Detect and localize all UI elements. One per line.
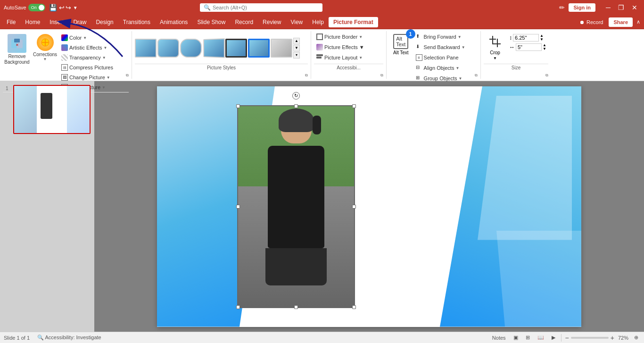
slide-1-thumbnail[interactable]	[13, 85, 91, 134]
transparency-button[interactable]: Transparency ▼	[59, 53, 116, 62]
handle-top-right[interactable]	[352, 104, 356, 108]
handle-mid-right[interactable]	[352, 205, 356, 209]
menu-view[interactable]: View	[286, 17, 307, 27]
zoom-slider[interactable]	[571, 337, 609, 339]
person-hair	[279, 109, 314, 132]
menu-help[interactable]: Help	[307, 17, 329, 27]
normal-view-button[interactable]: ▣	[512, 334, 520, 342]
zoom-out-button[interactable]: −	[565, 334, 569, 342]
search-box[interactable]: 🔍	[200, 3, 322, 12]
send-backward-button[interactable]: ⬇ Send Backward ▼	[413, 42, 468, 52]
slideshow-button[interactable]: ▶	[550, 334, 557, 342]
restore-button[interactable]: ❐	[615, 3, 627, 12]
artistic-effects-button[interactable]: Artistic Effects ▼	[59, 43, 116, 52]
search-input[interactable]	[213, 5, 297, 10]
menu-right: ⏺ Record Share ∧	[576, 17, 642, 27]
remove-background-button[interactable]: ✕ Remove Background	[3, 32, 31, 67]
style-thumb-7[interactable]	[271, 39, 292, 58]
zoom-level[interactable]: 72%	[618, 335, 628, 341]
menu-record[interactable]: Record	[230, 17, 258, 27]
reading-view-button[interactable]: 📖	[536, 334, 546, 342]
undo-icon[interactable]: ↩	[59, 4, 65, 11]
gallery-scroll-up[interactable]: ▲	[293, 38, 300, 44]
gallery-scroll-buttons: ▲ ▼ ▾	[293, 38, 300, 59]
style-thumb-3[interactable]	[180, 39, 202, 58]
picture-styles-expand[interactable]: ⧉	[305, 73, 310, 78]
picture-layout-button[interactable]: Picture Layout ▼	[314, 53, 365, 62]
width-input[interactable]	[516, 43, 542, 51]
align-button[interactable]: ⊟ Align Objects ▼	[413, 63, 468, 73]
picture-styles-label: Picture Styles	[135, 64, 308, 71]
rotate-handle[interactable]: ↻	[292, 92, 300, 100]
notes-button[interactable]: Notes	[490, 334, 508, 342]
gallery-scroll-down[interactable]: ▼	[293, 45, 300, 51]
menu-picture-format[interactable]: Picture Format	[329, 17, 378, 27]
main-area: 1	[0, 81, 644, 332]
collapse-ribbon-button[interactable]: ∧	[635, 17, 642, 27]
handle-bottom-left[interactable]	[236, 305, 240, 309]
menu-insert[interactable]: Insert	[45, 17, 68, 27]
height-input[interactable]	[513, 34, 539, 42]
arrange-expand[interactable]: ⧉	[475, 73, 479, 78]
canvas-area[interactable]: ↻	[94, 81, 644, 332]
menu-slideshow[interactable]: Slide Show	[192, 17, 230, 27]
handle-bottom-center[interactable]	[294, 305, 298, 309]
title-right-buttons: ✏ Sign in ─ ❐ ✕	[559, 3, 640, 12]
record-button-menu[interactable]: ⏺ Record	[576, 17, 607, 27]
accessibility-expand[interactable]: ⧉	[380, 73, 385, 78]
handle-mid-left[interactable]	[236, 205, 240, 209]
menu-review[interactable]: Review	[258, 17, 286, 27]
corrections-button[interactable]: Corrections ▼	[32, 32, 58, 63]
minimize-button[interactable]: ─	[603, 3, 613, 12]
accessibility-status[interactable]: 🔍 Accessibility: Investigate	[37, 335, 101, 341]
adjust-expand-button[interactable]: ⧉	[126, 73, 131, 78]
handle-top-left[interactable]	[236, 104, 240, 108]
gallery-scroll-more[interactable]: ▾	[293, 52, 300, 59]
style-thumb-1[interactable]	[135, 39, 157, 58]
selection-pane-button[interactable]: ≡ Selection Pane	[413, 53, 468, 62]
handle-bottom-right[interactable]	[352, 305, 356, 309]
style-thumb-6[interactable]	[248, 39, 270, 58]
group-button[interactable]: ⊞ Group Objects ▼	[413, 74, 468, 83]
handle-top-center[interactable]	[294, 104, 298, 108]
picture-border-button[interactable]: Picture Border ▼	[314, 32, 365, 42]
sign-in-button[interactable]: Sign in	[569, 3, 595, 12]
change-picture-button[interactable]: 🖼 Change Picture ▼	[59, 73, 116, 82]
crop-button[interactable]: Crop ▼	[484, 32, 506, 62]
change-picture-icon: 🖼	[61, 74, 68, 81]
size-expand[interactable]: ⧉	[545, 73, 550, 78]
redo-icon[interactable]: ↪	[66, 4, 71, 11]
style-thumb-2[interactable]	[157, 39, 179, 58]
close-button[interactable]: ✕	[629, 3, 640, 12]
menu-transitions[interactable]: Transitions	[118, 17, 155, 27]
compress-pictures-button[interactable]: ⊟ Compress Pictures	[59, 63, 116, 72]
menu-design[interactable]: Design	[91, 17, 118, 27]
share-button[interactable]: Share	[609, 17, 633, 27]
zoom-in-button[interactable]: +	[611, 334, 614, 342]
height-icon: ↕	[509, 34, 512, 41]
alt-text-badge: 1	[406, 29, 415, 39]
picture-effects-button[interactable]: Picture Effects ▼	[314, 42, 367, 52]
color-button[interactable]: Color ▼	[59, 33, 116, 42]
bring-forward-button[interactable]: ⬆ Bring Forward ▼	[413, 32, 468, 42]
alt-text-button[interactable]: AltText Alt Text 1	[389, 32, 413, 57]
customize-icon[interactable]: ▼	[73, 5, 78, 10]
style-thumb-4[interactable]	[203, 38, 225, 58]
menu-draw[interactable]: Draw	[68, 17, 91, 27]
width-decrement[interactable]: ▼	[543, 47, 546, 51]
arrange-content: AltText Alt Text 1 ⬆ Bring Forward ▼ ⬇ S…	[389, 32, 478, 93]
align-icon: ⊟	[416, 65, 422, 71]
menu-animations[interactable]: Animations	[155, 17, 192, 27]
person-image-frame[interactable]: ↻	[237, 105, 355, 308]
color-chevron: ▼	[83, 36, 87, 40]
accessibility-content: Picture Border ▼ Picture Effects ▼ Pictu…	[314, 32, 383, 64]
style-thumb-5[interactable]	[225, 39, 247, 58]
slide-sorter-button[interactable]: ⊞	[524, 334, 532, 342]
menu-home[interactable]: Home	[20, 17, 45, 27]
fit-page-button[interactable]: ⊕	[632, 334, 640, 342]
height-decrement[interactable]: ▼	[540, 38, 544, 42]
menu-file[interactable]: File	[2, 17, 20, 27]
autosave-toggle[interactable]: On	[28, 4, 45, 11]
corrections-label: Corrections	[33, 52, 57, 57]
save-icon[interactable]: 💾	[49, 4, 57, 11]
